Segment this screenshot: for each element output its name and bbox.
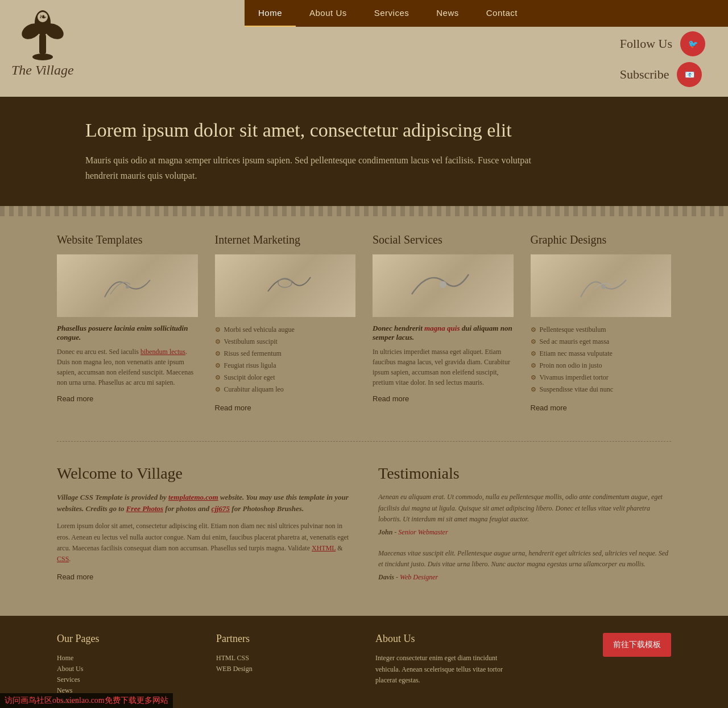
- svg-rect-3: [39, 34, 46, 54]
- testimonial-2: Maecenas vitae suscipit elit. Pellentesq…: [378, 548, 671, 582]
- service-img-4: [531, 254, 672, 317]
- service-img-3: [373, 254, 514, 317]
- subscribe-row: Subscribe 📧: [620, 62, 705, 87]
- testimonial-author-1: John - Senior Webmaster: [378, 528, 671, 537]
- service-social-services: Social Services Donec hendrerit magna qu…: [373, 233, 514, 413]
- hero-title: Lorem ipsum dolor sit amet, consectetur …: [85, 120, 643, 141]
- follow-row: Follow Us 🐦: [620, 31, 705, 56]
- footer-page-item: Home: [57, 653, 193, 664]
- list-item: Suscipit dolor eget: [215, 372, 356, 384]
- svg-point-4: [32, 53, 53, 60]
- decorative-strip: [0, 206, 728, 216]
- hero-body: Mauris quis odio at magna semper ultrice…: [85, 153, 540, 183]
- watermark: 访问画鸟社区obs.xienlao.com免费下载更多网站: [0, 693, 173, 708]
- service-img-2: [215, 254, 356, 317]
- list-item: Vestibulum suscipit: [215, 336, 356, 348]
- footer-about-title: About Us: [375, 633, 512, 645]
- logo: ❧ The Village: [0, 0, 85, 84]
- footer-page-item: Services: [57, 674, 193, 685]
- list-item: Etiam nec massa vulputate: [531, 348, 672, 360]
- footer-partner-item: HTML CSS: [216, 653, 353, 664]
- service-readmore-1[interactable]: Read more: [57, 393, 198, 404]
- service-list-2: Morbi sed vehicula augue Vestibulum susc…: [215, 324, 356, 396]
- list-item: Morbi sed vehicula augue: [215, 324, 356, 336]
- testimonial-author-2: Davis - Web Designer: [378, 573, 671, 582]
- service-desc-bold-3: Donec hendrerit magna quis dui aliquam n…: [373, 324, 514, 342]
- nav-about[interactable]: About Us: [296, 0, 361, 26]
- main-nav: Home About Us Services News Contact: [245, 0, 728, 27]
- footer-page-item: About Us: [57, 664, 193, 674]
- readmore-link-2[interactable]: Read more: [215, 404, 251, 412]
- welcome-title: Welcome to Village: [57, 464, 350, 483]
- service-title-1: Website Templates: [57, 233, 198, 246]
- subscribe-icon[interactable]: 📧: [677, 62, 702, 87]
- nav-home[interactable]: Home: [245, 0, 296, 27]
- footer-download-col: 前往下载模板: [535, 633, 671, 707]
- service-desc-1: Donec eu arcu est. Sed iaculis bibendum …: [57, 347, 198, 388]
- list-item: Feugiat risus ligula: [215, 360, 356, 372]
- service-img-1: [57, 254, 198, 317]
- hero-section: Lorem ipsum dolor sit amet, consectetur …: [0, 97, 728, 206]
- svg-point-13: [440, 281, 446, 288]
- service-graphic-designs: Graphic Designs Pellentesque vestibulum …: [531, 233, 672, 413]
- footer-pages-title: Our Pages: [57, 633, 193, 645]
- header: ❧ The Village Home About Us Services New…: [0, 0, 728, 97]
- list-item: Proin non odio in justo: [531, 360, 672, 372]
- welcome-body: Lorem ipsum dolor sit amet, consectetur …: [57, 521, 350, 565]
- svg-text:❧: ❧: [39, 12, 46, 22]
- service-list-4: Pellentesque vestibulum Sed ac mauris eg…: [531, 324, 672, 396]
- svg-point-11: [126, 285, 129, 289]
- lower-section: Welcome to Village Village CSS Template …: [0, 453, 728, 616]
- logo-text: The Village: [11, 63, 74, 78]
- service-internet-marketing: Internet Marketing Morbi sed vehicula au…: [215, 233, 356, 413]
- services-grid: Website Templates Phasellus posuere laci…: [57, 233, 671, 413]
- footer-about-text: Integer consectetur enim eget diam tinci…: [375, 653, 512, 686]
- nav-news[interactable]: News: [423, 0, 473, 26]
- svg-point-14: [601, 285, 606, 289]
- svg-point-12: [278, 278, 292, 287]
- service-title-3: Social Services: [373, 233, 514, 246]
- section-divider: [57, 441, 671, 442]
- list-item: Suspendisse vitae dui nunc: [531, 384, 672, 396]
- testimonials-title: Testimonials: [378, 464, 671, 483]
- footer-about: About Us Integer consectetur enim eget d…: [375, 633, 512, 707]
- footer-partner-item: WEB Design: [216, 664, 353, 674]
- service-desc-3: In ultricies imperdiet massa eget alique…: [373, 347, 514, 388]
- list-item: Vivamus imperdiet tortor: [531, 372, 672, 384]
- testimonial-1: Aenean eu aliquam erat. Ut commodo, null…: [378, 492, 671, 537]
- service-title-2: Internet Marketing: [215, 233, 356, 246]
- testimonial-text-2: Maecenas vitae suscipit elit. Pellentesq…: [378, 548, 671, 570]
- footer-partners-title: Partners: [216, 633, 353, 645]
- list-item: Sed ac mauris eget massa: [531, 336, 672, 348]
- service-readmore-2[interactable]: Read more: [215, 402, 356, 413]
- welcome-col: Welcome to Village Village CSS Template …: [57, 464, 350, 593]
- service-readmore-4[interactable]: Read more: [531, 402, 672, 413]
- welcome-readmore[interactable]: Read more: [57, 571, 350, 582]
- svg-text:🐦: 🐦: [688, 39, 698, 49]
- follow-icon[interactable]: 🐦: [680, 31, 705, 56]
- footer-partners: Partners HTML CSS WEB Design: [216, 633, 353, 707]
- subscribe-label: Subscribe: [620, 67, 669, 82]
- service-readmore-3[interactable]: Read more: [373, 393, 514, 404]
- nav-services[interactable]: Services: [361, 0, 423, 26]
- svg-text:📧: 📧: [685, 70, 695, 80]
- welcome-intro: Village CSS Template is provided by temp…: [57, 492, 350, 514]
- readmore-link-3[interactable]: Read more: [373, 394, 409, 403]
- service-website-templates: Website Templates Phasellus posuere laci…: [57, 233, 198, 413]
- download-button[interactable]: 前往下载模板: [603, 633, 671, 657]
- list-item: Pellentesque vestibulum: [531, 324, 672, 336]
- list-item: Curabitur aliquam leo: [215, 384, 356, 396]
- social-section: Follow Us 🐦 Subscribe 📧: [620, 31, 705, 87]
- testimonials-col: Testimonials Aenean eu aliquam erat. Ut …: [378, 464, 671, 593]
- readmore-link-1[interactable]: Read more: [57, 394, 93, 403]
- logo-icon: ❧: [14, 6, 71, 68]
- welcome-readmore-link[interactable]: Read more: [57, 573, 93, 581]
- lower-grid: Welcome to Village Village CSS Template …: [57, 464, 671, 593]
- follow-label: Follow Us: [620, 36, 672, 51]
- service-title-4: Graphic Designs: [531, 233, 672, 246]
- list-item: Risus sed fermentum: [215, 348, 356, 360]
- readmore-link-4[interactable]: Read more: [531, 404, 567, 412]
- services-section: Website Templates Phasellus posuere laci…: [0, 216, 728, 430]
- service-desc-italic-1: Phasellus posuere lacinia enim sollicitu…: [57, 324, 198, 342]
- nav-contact[interactable]: Contact: [473, 0, 531, 26]
